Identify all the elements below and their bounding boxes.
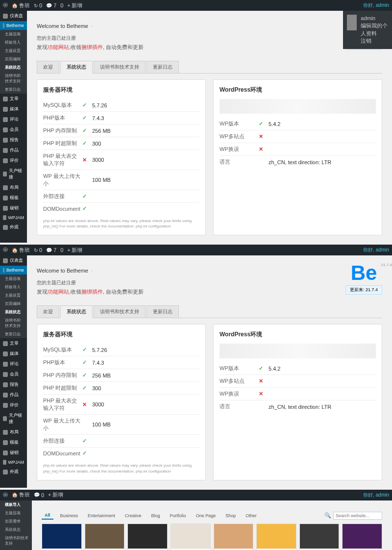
sidebar-sub-主题选项[interactable]: 主题选项 xyxy=(0,275,27,283)
wp-logo-icon[interactable]: ⓦ xyxy=(3,492,8,499)
filter-Entertainment[interactable]: Entertainment xyxy=(85,512,118,519)
template-card[interactable]: SECURITY 3 xyxy=(299,524,340,550)
filter-Creative[interactable]: Creative xyxy=(122,512,145,519)
sidebar-item-评论[interactable]: 评论 xyxy=(0,114,27,125)
template-card[interactable]: RALLY DRIVER xyxy=(85,524,125,550)
sidebar-item-作品[interactable]: 作品 xyxy=(0,145,27,155)
sidebar-sub-更新日志[interactable]: 更新日志 xyxy=(0,548,32,550)
tab-欢迎[interactable]: 欢迎 xyxy=(37,61,59,73)
logout-link[interactable]: 注销 xyxy=(361,37,388,45)
wp-logo-icon[interactable]: ⓦ xyxy=(3,2,8,9)
sidebar-sub-页面编辑[interactable]: 页面编辑 xyxy=(0,300,27,308)
adminbar-site[interactable]: 🏠 鲁班 xyxy=(12,2,30,9)
sidebar-sub-页面需求[interactable]: 页面需求 xyxy=(0,517,32,525)
filter-Blog[interactable]: Blog xyxy=(148,512,163,519)
sidebar-sub-模板导入[interactable]: 模板导入 xyxy=(0,38,27,47)
link-plugins[interactable]: 捆绑插件 xyxy=(81,44,103,50)
sidebar-item-秘钥[interactable]: 秘钥 xyxy=(0,448,27,458)
template-card[interactable]: THEME xyxy=(42,524,82,550)
filter-Portfolio[interactable]: Portfolio xyxy=(167,512,189,519)
adminbar-site[interactable]: 🏠 鲁班 xyxy=(12,491,30,499)
sidebar-item-天户链接[interactable]: 天户链接 xyxy=(0,410,27,427)
adminbar-user[interactable]: 你好, admin xyxy=(363,247,389,253)
sidebar-sub-模板导入[interactable]: 模板导入 xyxy=(0,500,32,509)
sidebar-item-Betheme[interactable]: Betheme xyxy=(0,21,27,30)
tab-说明书和技术支持[interactable]: 说明书和技术支持 xyxy=(94,61,146,73)
template-card[interactable]: PSYCHOLOGIST 2 xyxy=(214,524,254,550)
adminbar-comments[interactable]: 💬 7 xyxy=(46,247,56,253)
link-features[interactable]: 功能网站 xyxy=(48,44,69,50)
sidebar-sub-更新日志[interactable]: 更新日志 xyxy=(0,330,27,338)
sidebar-item-WPJAM[interactable]: WPJAM xyxy=(0,458,27,467)
adminbar-new[interactable]: + 新增 xyxy=(48,491,63,499)
sidebar-item-会员[interactable]: 会员 xyxy=(0,125,27,135)
template-card[interactable]: MALL xyxy=(171,524,211,550)
tab-系统状态[interactable]: 系统状态 xyxy=(60,61,93,74)
sidebar-sub-系统状态[interactable]: 系统状态 xyxy=(0,308,27,316)
tab-系统状态[interactable]: 系统状态 xyxy=(60,305,93,318)
filter-All[interactable]: All xyxy=(42,512,53,520)
adminbar-comments[interactable]: 💬 7 xyxy=(46,2,56,8)
sidebar-sub-主题选项[interactable]: 主题选项 xyxy=(0,509,32,517)
sidebar-sub-主题设置[interactable]: 主题设置 xyxy=(0,47,27,55)
sidebar-sub-页面编辑[interactable]: 页面编辑 xyxy=(0,55,27,63)
sidebar-sub-说明书和技术支持[interactable]: 说明书和技术支持 xyxy=(0,316,27,330)
adminbar-user[interactable]: 你好, admin xyxy=(363,2,389,9)
adminbar-site[interactable]: 🏠 鲁班 xyxy=(12,247,30,254)
sidebar-sub-主题设置[interactable]: 主题设置 xyxy=(0,291,27,300)
sidebar-item-外观[interactable]: 外观 xyxy=(0,467,27,477)
sidebar-item-布局[interactable]: 布局 xyxy=(0,182,27,193)
template-card[interactable]: FOOD TRUCK xyxy=(127,524,168,550)
adminbar-updates[interactable]: ↻ 0 xyxy=(34,247,42,253)
template-card[interactable]: HANDYMAN 2 xyxy=(256,524,296,550)
adminbar-user[interactable]: 你好, admin xyxy=(363,492,389,499)
sidebar-item-评价[interactable]: 评价 xyxy=(0,400,27,410)
filter-Shop[interactable]: Shop xyxy=(222,512,239,519)
edit-profile-link[interactable]: 编辑我的个人资料 xyxy=(361,22,388,37)
tab-更新日志[interactable]: 更新日志 xyxy=(147,61,179,73)
sidebar-item-会员[interactable]: 会员 xyxy=(0,369,27,379)
sidebar-item-Betheme[interactable]: Betheme xyxy=(0,266,27,275)
sidebar-item-报告[interactable]: 报告 xyxy=(0,135,27,145)
adminbar-new[interactable]: + 新增 xyxy=(67,2,82,9)
update-badge[interactable]: 更新来: 21.7.4 xyxy=(345,285,382,295)
sidebar-item-天户链接[interactable]: 天户链接 xyxy=(0,166,27,182)
sidebar-sub-说明书和技术支持[interactable]: 说明书和技术支持 xyxy=(0,534,32,548)
link-plugins[interactable]: 捆绑插件 xyxy=(81,289,103,295)
sidebar-sub-系统状态[interactable]: 系统状态 xyxy=(0,525,32,534)
adminbar-new[interactable]: + 新增 xyxy=(67,247,82,254)
sidebar-item-模板[interactable]: 模板 xyxy=(0,437,27,448)
tab-说明书和技术支持[interactable]: 说明书和技术支持 xyxy=(94,305,146,318)
sidebar-item-文章[interactable]: 文章 xyxy=(0,338,27,349)
sidebar-item-媒体[interactable]: 媒体 xyxy=(0,104,27,114)
sidebar-item-外观[interactable]: 外观 xyxy=(0,222,27,232)
sidebar-item-报告[interactable]: 报告 xyxy=(0,379,27,390)
sidebar-item-媒体[interactable]: 媒体 xyxy=(0,349,27,359)
sidebar-sub-更新日志[interactable]: 更新日志 xyxy=(0,85,27,94)
adminbar-count[interactable]: 0 xyxy=(60,2,63,8)
sidebar-item-布局[interactable]: 布局 xyxy=(0,427,27,437)
sidebar-item-模板[interactable]: 模板 xyxy=(0,193,27,203)
sidebar-sub-系统状态[interactable]: 系统状态 xyxy=(0,63,27,72)
adminbar-updates[interactable]: ↻ 0 xyxy=(34,2,42,8)
sidebar-item-秘钥[interactable]: 秘钥 xyxy=(0,203,27,213)
tab-欢迎[interactable]: 欢迎 xyxy=(37,305,59,318)
filter-Business[interactable]: Business xyxy=(57,512,81,519)
adminbar-count[interactable]: 0 xyxy=(60,247,63,253)
tab-更新日志[interactable]: 更新日志 xyxy=(147,305,179,318)
sidebar-item-仪表盘[interactable]: 仪表盘 xyxy=(0,255,27,266)
filter-One Page[interactable]: One Page xyxy=(193,512,219,519)
sidebar-item-评论[interactable]: 评论 xyxy=(0,359,27,369)
sidebar-item-WPJAM[interactable]: WPJAM xyxy=(0,213,27,222)
adminbar-comments[interactable]: 💬 0 xyxy=(34,492,44,498)
sidebar-item-评价[interactable]: 评价 xyxy=(0,155,27,166)
sidebar-sub-模板导入[interactable]: 模板导入 xyxy=(0,283,27,291)
sidebar-item-文章[interactable]: 文章 xyxy=(0,94,27,104)
filter-Other[interactable]: Other xyxy=(243,512,260,519)
link-features[interactable]: 功能网站 xyxy=(48,289,69,295)
sidebar-item-作品[interactable]: 作品 xyxy=(0,390,27,400)
sidebar-item-仪表盘[interactable]: 仪表盘 xyxy=(0,11,27,21)
search-input[interactable] xyxy=(333,512,382,520)
template-card[interactable]: CLUB 3 xyxy=(342,524,382,550)
sidebar-sub-主题选项[interactable]: 主题选项 xyxy=(0,30,27,38)
